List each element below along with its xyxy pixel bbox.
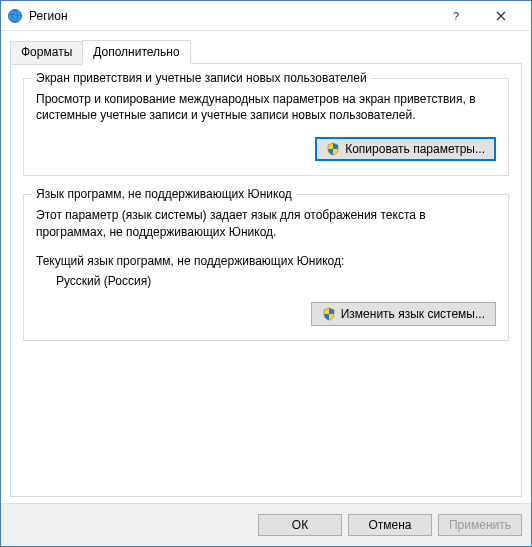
apply-button[interactable]: Применить <box>438 514 522 536</box>
titlebar: Регион ? <box>1 1 531 31</box>
tab-strip: Форматы Дополнительно <box>10 39 522 63</box>
cancel-button[interactable]: Отмена <box>348 514 432 536</box>
content-area: Форматы Дополнительно Экран приветствия … <box>1 31 531 503</box>
group-welcome-title: Экран приветствия и учетные записи новых… <box>32 71 371 85</box>
tab-advanced[interactable]: Дополнительно <box>82 40 190 64</box>
group-welcome-text: Просмотр и копирование международных пар… <box>36 91 496 123</box>
current-locale-value: Русский (Россия) <box>56 274 496 288</box>
copy-settings-label: Копировать параметры... <box>345 142 485 156</box>
group-non-unicode-text: Этот параметр (язык системы) задает язык… <box>36 207 496 239</box>
change-system-locale-label: Изменить язык системы... <box>341 307 485 321</box>
window-title: Регион <box>29 9 433 23</box>
tab-panel-advanced: Экран приветствия и учетные записи новых… <box>10 63 522 497</box>
shield-icon <box>326 142 340 156</box>
region-dialog: Регион ? Форматы Дополнительно Экран при… <box>0 0 532 547</box>
tab-formats[interactable]: Форматы <box>10 41 83 65</box>
help-button[interactable]: ? <box>433 1 478 30</box>
globe-icon <box>7 8 23 24</box>
dialog-footer: ОК Отмена Применить <box>1 503 531 546</box>
group-non-unicode: Язык программ, не поддерживающих Юникод … <box>23 194 509 340</box>
svg-text:?: ? <box>453 11 459 21</box>
current-locale-label: Текущий язык программ, не поддерживающих… <box>36 254 496 268</box>
change-system-locale-button[interactable]: Изменить язык системы... <box>311 302 496 326</box>
copy-settings-button[interactable]: Копировать параметры... <box>315 137 496 161</box>
ok-button[interactable]: ОК <box>258 514 342 536</box>
group-welcome-screen: Экран приветствия и учетные записи новых… <box>23 78 509 176</box>
close-button[interactable] <box>478 1 523 30</box>
window-buttons: ? <box>433 1 523 30</box>
group-non-unicode-title: Язык программ, не поддерживающих Юникод <box>32 187 296 201</box>
shield-icon <box>322 307 336 321</box>
